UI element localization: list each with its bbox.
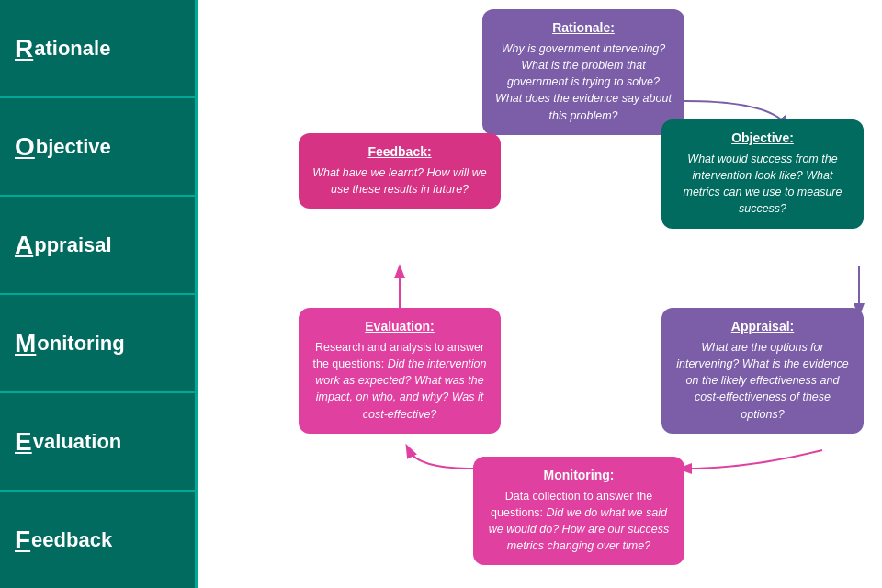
appraisal-text: What are the options for intervening? Wh… [676,341,849,421]
box-feedback: Feedback: What have we learnt? How will … [299,133,501,209]
objective-text: What would success from the intervention… [684,153,842,215]
sidebar-label-appraisal: ppraisal [34,233,111,257]
sidebar-letter-r: R [15,34,33,63]
box-appraisal: Appraisal: What are the options for inte… [662,308,864,434]
sidebar-label-rationale: ationale [34,37,110,61]
feedback-text: What have we learnt? How will we use the… [312,166,487,196]
sidebar-letter-o: O [15,132,35,162]
objective-title: Objective: [674,130,851,145]
box-monitoring: Monitoring: Data collection to answer th… [473,457,684,566]
sidebar-label-evaluation: valuation [33,430,122,454]
monitoring-title: Monitoring: [486,468,672,482]
feedback-title: Feedback: [311,144,488,159]
sidebar-letter-f: F [15,526,30,555]
box-objective: Objective: What would success from the i… [662,119,864,229]
box-rationale: Rationale: Why is government intervening… [482,9,684,135]
main-diagram: Rationale: Why is government intervening… [198,0,882,588]
sidebar-item-objective[interactable]: O bjective [0,98,195,197]
sidebar-label-monitoring: onitoring [37,332,124,356]
sidebar: R ationale O bjective A ppraisal M onito… [0,0,198,588]
sidebar-letter-m: M [15,329,36,358]
sidebar-letter-e: E [15,427,32,457]
evaluation-text: Research and analysis to answer the ques… [312,341,486,421]
sidebar-letter-a: A [15,231,33,260]
rationale-title: Rationale: [495,20,672,35]
sidebar-item-rationale[interactable]: R ationale [0,0,195,98]
sidebar-item-feedback[interactable]: F eedback [0,492,195,588]
sidebar-item-evaluation[interactable]: E valuation [0,393,195,492]
sidebar-item-monitoring[interactable]: M onitoring [0,295,195,393]
sidebar-item-appraisal[interactable]: A ppraisal [0,197,195,295]
sidebar-label-objective: bjective [36,135,111,159]
monitoring-text: Data collection to answer the questions:… [489,490,670,552]
sidebar-label-feedback: eedback [31,528,112,552]
rationale-text: Why is government intervening? What is t… [495,42,672,122]
evaluation-title: Evaluation: [311,319,488,334]
appraisal-title: Appraisal: [674,319,851,334]
box-evaluation: Evaluation: Research and analysis to ans… [299,308,501,434]
